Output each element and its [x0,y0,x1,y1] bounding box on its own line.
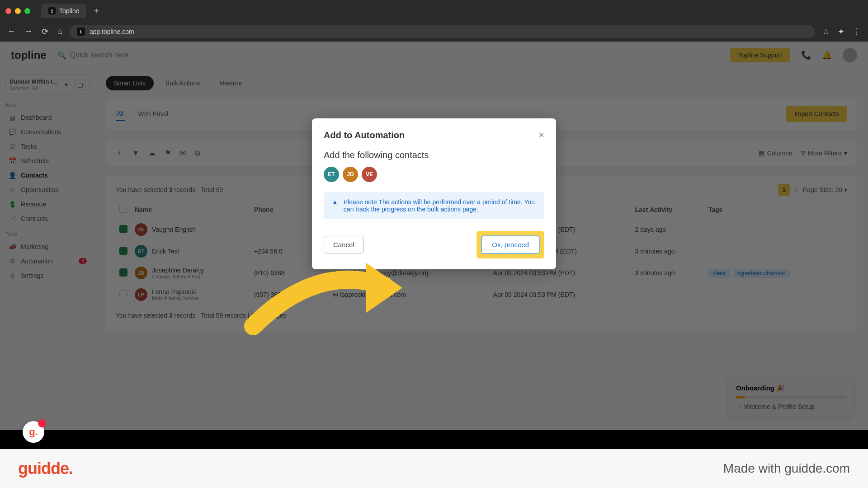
bookmark-icon[interactable]: ☆ [822,27,830,37]
close-icon[interactable]: × [538,129,544,141]
app-root: topline 🔍 Quick search here Topline Supp… [0,42,868,430]
warning-icon: ▲ [332,198,338,213]
made-with-text: Made with guidde.com [723,461,850,476]
guidde-footer: guidde Made with guidde.com [0,449,868,488]
browser-tab-strip: t Topline + [0,0,868,22]
info-text: Please note The actions will be performe… [344,198,536,213]
maximize-window-icon[interactable] [24,8,30,14]
ok-proceed-button[interactable]: Ok, proceed [481,235,540,254]
modal-title: Add to Automation [324,130,405,141]
tab-title: Topline [59,7,79,14]
reload-icon[interactable]: ⟳ [42,27,48,37]
avatar-chip: ET [324,167,339,182]
site-favicon-icon: t [77,28,85,36]
guidde-logo: guidde [18,459,73,478]
contact-avatars: ETJDVE [324,167,544,182]
window-controls [5,8,30,14]
browser-tab[interactable]: t Topline [41,4,86,18]
url-input[interactable]: t app.topline.com [70,25,815,38]
guidde-chip-icon[interactable]: g. [23,421,44,443]
kebab-menu-icon[interactable]: ⋮ [853,27,861,37]
extensions-icon[interactable]: ✦ [838,27,844,37]
favicon-icon: t [48,7,56,14]
browser-toolbar: ← → ⟳ ⌂ t app.topline.com ☆ ✦ ⋮ [0,22,868,42]
cancel-button[interactable]: Cancel [324,236,364,253]
close-window-icon[interactable] [5,8,11,14]
modal-subtitle: Add the following contacts [324,150,544,160]
forward-icon[interactable]: → [24,27,33,37]
ok-highlight: Ok, proceed [476,231,544,258]
avatar-chip: JD [343,167,358,182]
minimize-window-icon[interactable] [15,8,21,14]
new-tab-button[interactable]: + [94,6,99,16]
avatar-chip: VE [362,167,377,182]
add-to-automation-modal: Add to Automation × Add the following co… [312,118,556,269]
home-icon[interactable]: ⌂ [57,27,62,37]
info-banner: ▲ Please note The actions will be perfor… [324,192,544,219]
back-icon[interactable]: ← [7,27,15,37]
url-text: app.topline.com [90,28,134,35]
